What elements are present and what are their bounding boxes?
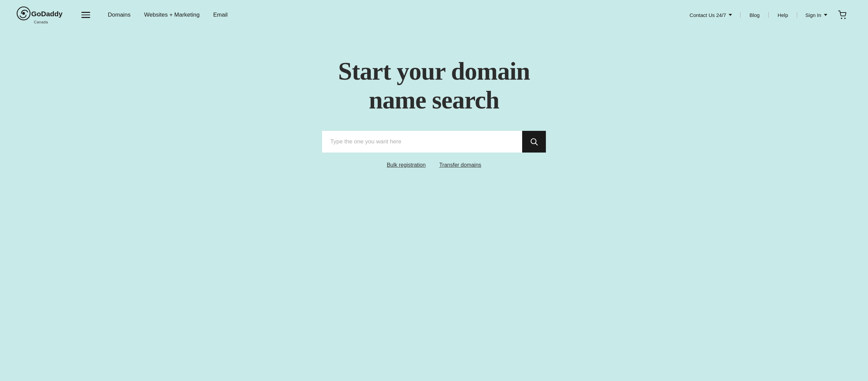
logo-container: GoDaddy Canada <box>16 6 71 24</box>
blog-button[interactable]: Blog <box>745 9 764 21</box>
sign-in-label: Sign In <box>805 12 821 18</box>
contact-button[interactable]: Contact Us 24/7 <box>686 9 736 21</box>
transfer-domains-link[interactable]: Transfer domains <box>439 162 481 168</box>
cart-icon <box>838 11 848 19</box>
nav-domains[interactable]: Domains <box>101 12 137 18</box>
hamburger-line-2 <box>81 15 90 16</box>
hero-title-line2: name search <box>369 86 499 114</box>
sign-in-button[interactable]: Sign In <box>801 9 831 21</box>
site-header: GoDaddy Canada Domains Websites + Market… <box>0 0 868 30</box>
hero-title: Start your domain name search <box>338 57 530 115</box>
svg-point-1 <box>22 12 25 15</box>
sign-in-chevron-icon <box>824 14 827 16</box>
svg-text:GoDaddy: GoDaddy <box>31 10 63 18</box>
search-bar <box>322 131 546 153</box>
hero-title-line1: Start your domain <box>338 57 530 85</box>
contact-chevron-icon <box>729 14 732 16</box>
svg-point-3 <box>841 18 842 19</box>
header-left: GoDaddy Canada Domains Websites + Market… <box>16 6 234 24</box>
hamburger-line-3 <box>81 17 90 18</box>
search-button[interactable] <box>522 131 546 153</box>
main-nav: Domains Websites + Marketing Email <box>101 12 234 18</box>
header-right: Contact Us 24/7 Blog Help Sign In <box>686 8 852 22</box>
domain-search-input[interactable] <box>322 131 522 153</box>
bulk-registration-link[interactable]: Bulk registration <box>387 162 426 168</box>
hero-section: Start your domain name search Bulk regis… <box>0 30 868 209</box>
help-button[interactable]: Help <box>773 9 793 21</box>
cart-button[interactable] <box>834 8 852 22</box>
godaddy-logo: GoDaddy <box>16 6 71 21</box>
divider-1 <box>740 12 741 18</box>
hamburger-button[interactable] <box>80 11 92 19</box>
svg-point-4 <box>844 18 846 19</box>
nav-websites-marketing[interactable]: Websites + Marketing <box>137 12 206 18</box>
search-icon <box>530 138 538 145</box>
hamburger-line-1 <box>81 12 90 13</box>
contact-label: Contact Us 24/7 <box>690 12 726 18</box>
canada-label: Canada <box>34 20 48 24</box>
svg-line-6 <box>535 143 537 145</box>
divider-2 <box>768 12 769 18</box>
sub-links: Bulk registration Transfer domains <box>387 162 481 168</box>
nav-email[interactable]: Email <box>206 12 235 18</box>
divider-3 <box>797 12 797 18</box>
